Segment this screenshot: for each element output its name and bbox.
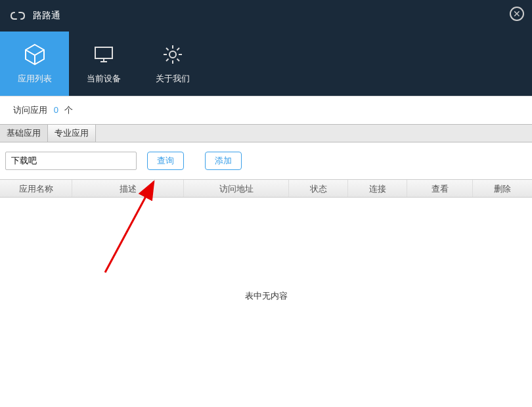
nav-about[interactable]: 关于我们 (138, 32, 207, 96)
table-body: 表中无内容 (0, 198, 532, 395)
tab-row: 基础应用 专业应用 (0, 124, 532, 142)
nav-app-list[interactable]: 应用列表 (0, 32, 69, 96)
stats-count: 0 (54, 105, 58, 115)
th-status: 状态 (289, 180, 348, 197)
nav-label: 应用列表 (18, 73, 52, 85)
th-view: 查看 (407, 180, 473, 197)
close-button[interactable]: ✕ (510, 7, 524, 21)
tab-pro-apps[interactable]: 专业应用 (48, 125, 96, 142)
monitor-icon (92, 43, 116, 66)
stats-suffix: 个 (64, 105, 73, 115)
svg-point-5 (169, 51, 176, 58)
main-nav: 应用列表 当前设备 (0, 32, 532, 96)
nav-current-device[interactable]: 当前设备 (69, 32, 138, 96)
nav-label: 关于我们 (156, 73, 190, 85)
stats-prefix: 访问应用 (13, 105, 47, 115)
svg-line-13 (166, 59, 169, 62)
nav-label: 当前设备 (87, 73, 121, 85)
th-desc: 描述 (72, 180, 184, 197)
svg-line-11 (177, 59, 179, 62)
search-row: 查询 添加 (0, 142, 532, 179)
svg-rect-2 (95, 47, 112, 58)
cube-icon (23, 43, 47, 66)
tab-basic-apps[interactable]: 基础应用 (0, 125, 48, 142)
add-button[interactable]: 添加 (205, 152, 242, 170)
stats-row: 访问应用 0 个 (0, 96, 532, 124)
svg-line-12 (177, 48, 179, 51)
th-conn: 连接 (348, 180, 407, 197)
svg-line-10 (166, 48, 169, 51)
th-app-name: 应用名称 (0, 180, 72, 197)
query-button[interactable]: 查询 (147, 152, 184, 170)
th-delete: 删除 (473, 180, 532, 197)
search-input[interactable] (5, 152, 137, 170)
window-title: 路路通 (33, 10, 60, 22)
titlebar: 路路通 ✕ (0, 0, 532, 32)
empty-state-text: 表中无内容 (245, 290, 288, 302)
close-icon: ✕ (513, 9, 521, 18)
table-header: 应用名称 描述 访问地址 状态 连接 查看 删除 (0, 179, 532, 198)
th-url: 访问地址 (184, 180, 289, 197)
gear-icon (161, 43, 185, 66)
content-area: 访问应用 0 个 基础应用 专业应用 查询 添加 应用名称 描述 访问地址 状态… (0, 96, 532, 395)
app-logo-icon (11, 11, 25, 20)
